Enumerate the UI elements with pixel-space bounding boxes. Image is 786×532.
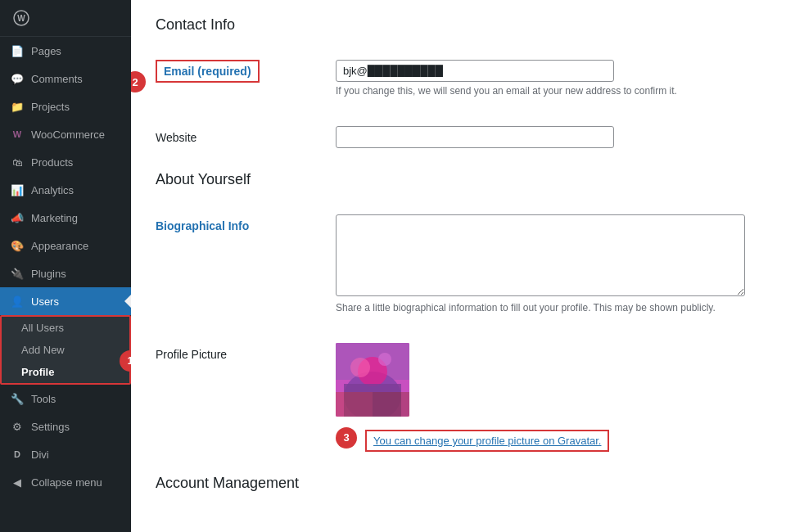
divi-icon: D [10, 447, 25, 462]
profile-picture-field-container: 3 You can change your profile picture on… [336, 343, 761, 452]
website-input[interactable] [336, 126, 614, 148]
email-label: Email (required) [164, 65, 251, 78]
comments-icon: 💬 [10, 71, 25, 86]
appearance-icon: 🎨 [10, 238, 25, 253]
profile-picture-label: Profile Picture [156, 343, 227, 361]
sidebar-logo[interactable]: W [0, 0, 131, 37]
sidebar-item-tools[interactable]: 🔧 Tools [0, 385, 131, 413]
marketing-icon: 📣 [10, 210, 25, 225]
biographical-textarea[interactable] [336, 214, 745, 296]
avatar-svg [336, 343, 409, 417]
gravatar-link[interactable]: You can change your profile picture on G… [373, 435, 601, 447]
section-about-title: About Yourself [156, 171, 761, 195]
submenu-all-users[interactable]: All Users [2, 317, 129, 339]
sidebar-item-comments[interactable]: 💬 Comments [0, 65, 131, 92]
profile-picture-image [336, 343, 409, 417]
svg-rect-10 [373, 392, 409, 417]
sidebar-item-users[interactable]: 👤 Users [0, 287, 131, 315]
sidebar-item-pages[interactable]: 📄 Pages [0, 37, 131, 65]
woocommerce-icon: W [10, 127, 25, 142]
sidebar-item-divi[interactable]: D Divi [0, 440, 131, 468]
gravatar-link-container: You can change your profile picture on G… [365, 430, 609, 452]
section-account-title: Account Management [156, 475, 761, 498]
users-submenu: 1 All Users Add New Profile [0, 315, 131, 385]
products-icon: 🛍 [10, 155, 25, 169]
email-row: 2 Email (required) If you change this, w… [156, 53, 761, 103]
email-field-container: If you change this, we will send you an … [336, 60, 761, 97]
collapse-icon: ◀ [10, 475, 25, 489]
website-row: Website [156, 119, 761, 155]
website-label: Website [156, 126, 196, 144]
sidebar-item-products[interactable]: 🛍 Products [0, 148, 131, 176]
submenu-add-new[interactable]: Add New [2, 339, 129, 361]
profile-picture-row: Profile Picture [156, 336, 761, 458]
submenu-profile[interactable]: Profile [2, 361, 129, 383]
annotation-badge-3: 3 [336, 427, 357, 449]
sidebar-item-settings[interactable]: ⚙ Settings [0, 413, 131, 440]
website-field-container [336, 126, 761, 148]
sidebar: W 📄 Pages 💬 Comments 📁 Projects W WooCom… [0, 0, 131, 532]
analytics-icon: 📊 [10, 183, 25, 197]
sidebar-item-plugins[interactable]: 🔌 Plugins [0, 259, 131, 287]
sidebar-item-appearance[interactable]: 🎨 Appearance [0, 232, 131, 259]
users-icon: 👤 [10, 294, 25, 309]
svg-text:W: W [17, 14, 25, 23]
svg-point-8 [378, 353, 391, 366]
biographical-row: Biographical Info Share a little biograp… [156, 208, 761, 320]
email-input[interactable] [336, 60, 614, 82]
sidebar-arrow [124, 295, 131, 308]
sidebar-item-projects[interactable]: 📁 Projects [0, 92, 131, 120]
biographical-hint: Share a little biographical information … [336, 302, 761, 313]
sidebar-item-woocommerce[interactable]: W WooCommerce [0, 120, 131, 148]
svg-rect-9 [336, 392, 373, 417]
section-contact-title: Contact Info [156, 16, 761, 40]
biographical-field-container: Share a little biographical information … [336, 214, 761, 313]
email-hint: If you change this, we will send you an … [336, 85, 761, 97]
biographical-label: Biographical Info [156, 214, 249, 232]
content-area: Contact Info 2 Email (required) If you c… [131, 0, 786, 532]
sidebar-item-collapse[interactable]: ◀ Collapse menu [0, 468, 131, 496]
sidebar-item-marketing[interactable]: 📣 Marketing [0, 204, 131, 232]
plugins-icon: 🔌 [10, 266, 25, 281]
sidebar-item-analytics[interactable]: 📊 Analytics [0, 176, 131, 204]
settings-icon: ⚙ [10, 419, 25, 434]
main-content: Contact Info 2 Email (required) If you c… [131, 0, 786, 532]
pages-icon: 📄 [10, 43, 25, 58]
tools-icon: 🔧 [10, 391, 25, 406]
annotation-badge-2: 2 [131, 71, 146, 92]
svg-point-7 [350, 358, 370, 377]
projects-icon: 📁 [10, 99, 25, 114]
